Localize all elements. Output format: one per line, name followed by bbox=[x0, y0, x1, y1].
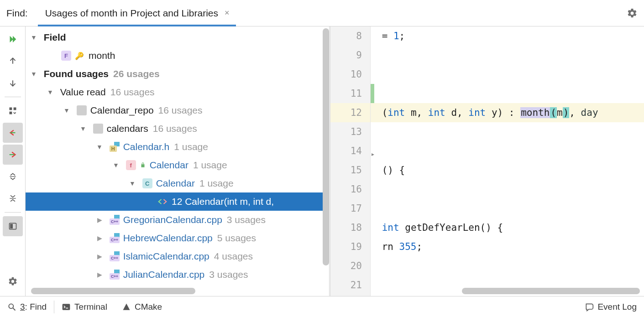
collapse-arrow-icon[interactable]: ▶ bbox=[95, 271, 104, 278]
usage-count: 3 usages bbox=[227, 214, 266, 225]
expand-all-icon[interactable] bbox=[3, 166, 23, 187]
read-write-icon bbox=[158, 198, 167, 205]
usage-count: 16 usages bbox=[158, 105, 203, 116]
usage-line-text: 12 Calendar(int m, int d, bbox=[172, 196, 274, 207]
svg-rect-2 bbox=[9, 112, 12, 114]
expand-arrow-icon[interactable]: ▼ bbox=[111, 161, 120, 169]
calendars-label: calendars bbox=[107, 123, 148, 134]
file-row[interactable]: ▶ IslamicCalendar.cpp4 usages bbox=[26, 247, 329, 265]
tree-vertical-scrollbar[interactable] bbox=[323, 28, 329, 285]
cpp-file-icon bbox=[110, 270, 120, 280]
highlighted-symbol: month bbox=[520, 107, 550, 118]
repo-label: Calendar_repo bbox=[90, 105, 154, 116]
code-preview[interactable]: = 1; (int m, int d, int y) : month(m), d… bbox=[371, 26, 644, 296]
cpp-file-icon bbox=[110, 215, 120, 225]
group-by-icon[interactable] bbox=[3, 101, 23, 121]
calendar-class[interactable]: Calendar bbox=[156, 178, 195, 189]
folder-icon bbox=[77, 105, 87, 115]
usage-count: 1 usage bbox=[174, 141, 208, 152]
prev-occurrence-icon[interactable] bbox=[3, 51, 23, 71]
usage-count: 4 usages bbox=[214, 251, 253, 262]
calendar-func[interactable]: Calendar bbox=[150, 160, 188, 171]
expand-arrow-icon[interactable]: ▼ bbox=[29, 70, 38, 78]
lock-icon bbox=[140, 162, 146, 168]
file-label[interactable]: GregorianCalendar.cpp bbox=[123, 214, 222, 225]
file-label[interactable]: IslamicCalendar.cpp bbox=[123, 251, 209, 262]
function-badge-icon: f bbox=[126, 160, 136, 170]
svg-rect-9 bbox=[63, 304, 70, 310]
found-usages-count: 26 usages bbox=[113, 68, 160, 79]
tree-horizontal-scrollbar[interactable] bbox=[31, 288, 324, 294]
file-calendar-h[interactable]: Calendar.h bbox=[123, 141, 170, 152]
close-tab-icon[interactable]: × bbox=[225, 8, 230, 18]
export-usages-icon[interactable] bbox=[3, 145, 23, 165]
cpp-file-icon bbox=[110, 251, 120, 261]
folder-icon bbox=[93, 124, 103, 134]
expand-arrow-icon[interactable]: ▼ bbox=[29, 34, 38, 41]
field-badge-icon: F bbox=[61, 51, 71, 61]
svg-rect-3 bbox=[10, 176, 16, 177]
key-icon: 🔑 bbox=[75, 52, 84, 60]
event-log-tab[interactable]: Event Log bbox=[577, 296, 644, 317]
code-gutter: 89101112131415161718192021 bbox=[330, 26, 371, 296]
file-row[interactable]: ▶ HebrewCalendar.cpp5 usages bbox=[26, 229, 329, 247]
usage-count: 3 usages bbox=[209, 269, 248, 280]
usage-count: 1 usage bbox=[199, 178, 234, 189]
expand-arrow-icon[interactable]: ▼ bbox=[62, 107, 71, 114]
expand-arrow-icon[interactable]: ▼ bbox=[128, 180, 137, 187]
selected-usage-row[interactable]: 12 Calendar(int m, int d, bbox=[26, 192, 329, 211]
usage-count: 1 usage bbox=[193, 160, 227, 171]
collapse-arrow-icon[interactable]: ▶ bbox=[95, 234, 104, 242]
svg-rect-0 bbox=[9, 108, 12, 110]
expand-arrow-icon[interactable]: ▼ bbox=[46, 88, 55, 96]
field-name: month bbox=[89, 50, 115, 61]
file-row[interactable]: ▶ JulianCalendar.cpp3 usages bbox=[26, 265, 329, 284]
svg-point-7 bbox=[9, 304, 13, 308]
terminal-label: Terminal bbox=[74, 302, 107, 312]
import-usages-icon[interactable] bbox=[3, 123, 23, 143]
expand-arrow-icon[interactable]: ▼ bbox=[79, 125, 88, 132]
find-tab-title: Usages of month in Project and Libraries bbox=[45, 8, 218, 19]
usage-count: 5 usages bbox=[217, 233, 256, 244]
collapse-arrow-icon[interactable]: ▶ bbox=[95, 216, 104, 223]
file-label[interactable]: JulianCalendar.cpp bbox=[123, 269, 205, 280]
find-results-tab[interactable]: Usages of month in Project and Libraries… bbox=[38, 0, 236, 26]
cpp-file-icon bbox=[110, 233, 120, 243]
modified-marker-icon bbox=[371, 84, 374, 103]
file-label[interactable]: HebrewCalendar.cpp bbox=[123, 233, 213, 244]
rerun-icon[interactable] bbox=[3, 29, 23, 49]
value-read-label: Value read bbox=[60, 87, 106, 98]
found-usages-heading: Found usages bbox=[44, 68, 109, 79]
file-row[interactable]: ▶ GregorianCalendar.cpp3 usages bbox=[26, 211, 329, 229]
usage-count: 16 usages bbox=[110, 87, 155, 98]
find-tab-number: 3 bbox=[20, 302, 25, 312]
terminal-tool-window-tab[interactable]: Terminal bbox=[54, 296, 115, 317]
find-label: Find: bbox=[0, 0, 38, 26]
expand-arrow-icon[interactable]: ▼ bbox=[95, 143, 104, 151]
fold-caret-icon[interactable] bbox=[371, 144, 376, 149]
find-toolbar bbox=[0, 26, 26, 296]
svg-rect-1 bbox=[13, 108, 16, 110]
collapse-arrow-icon[interactable]: ▶ bbox=[95, 253, 104, 260]
svg-rect-6 bbox=[10, 224, 13, 229]
usages-tree[interactable]: ▼ Field F🔑month ▼ Found usages26 usages … bbox=[26, 28, 329, 286]
field-heading: Field bbox=[44, 32, 66, 43]
usage-count: 16 usages bbox=[153, 123, 197, 134]
svg-line-8 bbox=[13, 308, 16, 310]
tool-settings-gear-icon[interactable] bbox=[3, 271, 23, 291]
find-tool-window-tab[interactable]: 3: Find bbox=[0, 296, 54, 317]
header-file-icon bbox=[110, 142, 120, 152]
class-badge-icon: C bbox=[142, 178, 152, 188]
svg-rect-4 bbox=[10, 198, 16, 198]
code-horizontal-scrollbar[interactable] bbox=[412, 288, 638, 294]
collapse-all-icon[interactable] bbox=[3, 188, 23, 208]
cmake-label: CMake bbox=[135, 302, 162, 312]
settings-gear-icon[interactable] bbox=[620, 0, 644, 26]
event-log-label: Event Log bbox=[597, 302, 637, 312]
cmake-tool-window-tab[interactable]: CMake bbox=[115, 296, 169, 317]
next-occurrence-icon[interactable] bbox=[3, 73, 23, 93]
preview-toggle-icon[interactable] bbox=[3, 216, 23, 236]
